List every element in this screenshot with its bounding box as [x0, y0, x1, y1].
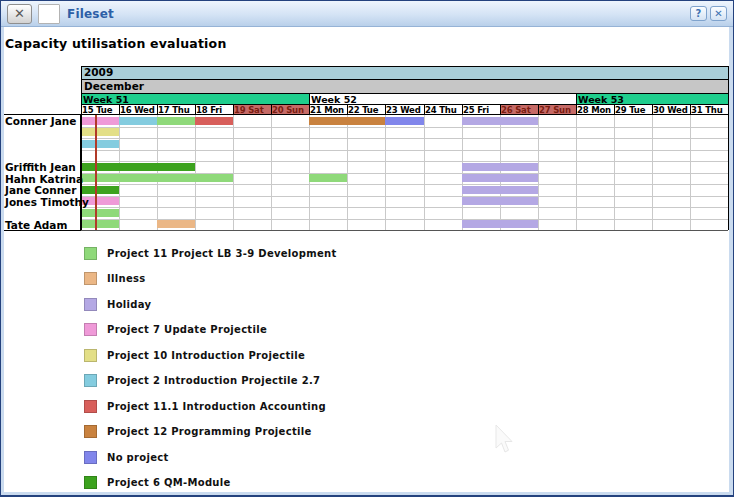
legend-label: Project 6 QM-Module — [107, 476, 231, 489]
frame-right-inner — [729, 27, 733, 493]
legend-label: Project 11 Project LB 3-9 Development — [107, 247, 337, 260]
legend-item: Project 11 Project LB 3-9 Development — [84, 247, 504, 262]
legend-label: No project — [107, 451, 169, 464]
legend-label: Project 11.1 Introduction Accounting — [107, 400, 326, 413]
legend-swatch — [84, 374, 97, 387]
legend-label: Project 7 Update Projectile — [107, 323, 267, 336]
legend-item: Project 10 Introduction Projectile — [84, 349, 504, 364]
legend-item: Illness — [84, 272, 504, 287]
legend-swatch — [84, 272, 97, 285]
frame-bottom-inner — [1, 492, 733, 495]
legend-label: Project 2 Introduction Projectile 2.7 — [107, 374, 320, 387]
legend-item: Project 12 Programming Projectile — [84, 425, 504, 440]
legend-label: Illness — [107, 272, 145, 285]
legend-item: Project 6 QM-Module — [84, 476, 504, 491]
legend-swatch — [84, 323, 97, 336]
frame-top — [0, 0, 734, 1]
legend-item: Project 2 Introduction Projectile 2.7 — [84, 374, 504, 389]
legend-label: Project 12 Programming Projectile — [107, 425, 312, 438]
legend: Project 11 Project LB 3-9 DevelopmentIll… — [0, 0, 734, 497]
legend-item: No project — [84, 451, 504, 466]
legend-label: Project 10 Introduction Projectile — [107, 349, 305, 362]
fileset-window: ✕ Fileset ? ✕ Capacity utilisation evalu… — [0, 0, 734, 497]
legend-swatch — [84, 349, 97, 362]
legend-swatch — [84, 247, 97, 260]
legend-swatch — [84, 476, 97, 489]
legend-item: Project 7 Update Projectile — [84, 323, 504, 338]
legend-swatch — [84, 298, 97, 311]
legend-item: Project 11.1 Introduction Accounting — [84, 400, 504, 415]
mouse-cursor-icon — [494, 424, 514, 454]
legend-item: Holiday — [84, 298, 504, 313]
legend-swatch — [84, 425, 97, 438]
frame-left-inner — [1, 27, 4, 493]
legend-swatch — [84, 400, 97, 413]
legend-swatch — [84, 451, 97, 464]
legend-label: Holiday — [107, 298, 151, 311]
